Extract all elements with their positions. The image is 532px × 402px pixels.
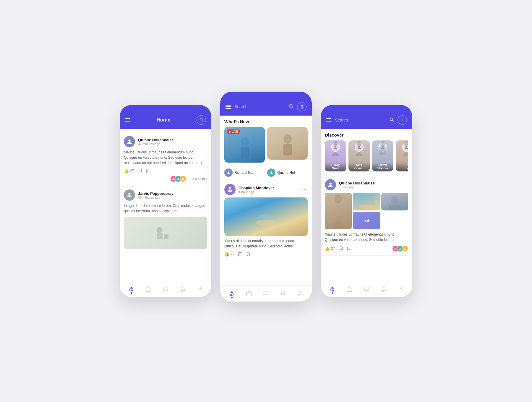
svg-point-24 [299, 291, 301, 294]
svg-line-1 [202, 121, 203, 122]
phone2-bottom-nav [220, 285, 312, 302]
nav-bell-3[interactable] [381, 286, 387, 292]
nav-chat-2[interactable] [263, 291, 269, 296]
phone2-time: 1 hour ago [239, 190, 274, 194]
discover-card-1[interactable]: HilaryOuse [325, 140, 346, 171]
post1-header: Quiche Hollandaise 32 minutes ago ··· [124, 136, 207, 147]
post1-menu[interactable]: ··· [202, 139, 207, 144]
add-button[interactable] [398, 115, 407, 125]
live-dot [229, 131, 231, 133]
nav-home-2[interactable] [229, 291, 235, 296]
phone3-liked-avatars [394, 245, 408, 252]
phone2-post-header: Chaplain Mondover 1 hour ago ··· [224, 184, 308, 195]
search-input-2[interactable]: Search [234, 104, 285, 109]
svg-point-19 [228, 171, 229, 173]
bookmark-button-2[interactable] [246, 252, 250, 257]
discover-card-4[interactable]: DoLy [396, 140, 408, 171]
phone2-menu-icon[interactable] [226, 105, 231, 109]
search-input-3[interactable]: Search [335, 118, 386, 122]
liked-avatars [172, 176, 186, 182]
avatar-jarvis [124, 189, 135, 201]
nav-tv-1[interactable] [145, 286, 151, 292]
nav-user-3[interactable] [398, 286, 404, 292]
like-icon: 👍 [124, 168, 129, 173]
story-user-2: Quiche Holli [267, 168, 308, 177]
discover-name-2: MaxConv... [348, 162, 370, 171]
discover-name-1: HilaryOuse [325, 162, 346, 171]
bookmark-button-1[interactable] [146, 168, 150, 173]
phone3-post-user: Quiche Hollandaise 1 hour ago [325, 179, 375, 190]
svg-point-45 [400, 248, 400, 249]
post3-img-mr [381, 193, 408, 210]
like-button-1[interactable]: 👍 27 [124, 168, 134, 173]
svg-point-4 [178, 178, 179, 179]
phone3-post: Quiche Hollandaise 1 hour ago ··· [325, 176, 408, 256]
nav-bell-1[interactable] [180, 286, 186, 292]
discover-card-3[interactable]: FletchSkinner [372, 140, 393, 171]
menu-icon[interactable] [125, 118, 130, 122]
phone3-post-text: Mauris ultrices ut mauris ut elementum n… [325, 232, 408, 242]
phone2-userinfo: Chaplain Mondover 1 hour ago [239, 186, 274, 194]
post2-username: Jarvis Pepperspray [138, 191, 173, 196]
like-icon-3: 👍 [325, 246, 330, 251]
like-button-3[interactable]: 👍 27 [325, 246, 335, 251]
comment-button-2[interactable] [238, 252, 243, 257]
post2-userinfo: Jarvis Pepperspray 45 minutes ago [138, 191, 173, 199]
nav-chat-3[interactable] [364, 286, 369, 292]
post1-userinfo: Quiche Hollandaise 32 minutes ago [138, 138, 174, 146]
story-card-2[interactable] [267, 127, 308, 160]
post1-username: Quiche Hollandaise [138, 138, 174, 142]
svg-rect-47 [347, 288, 352, 292]
comment-button-3[interactable] [338, 246, 343, 251]
svg-point-42 [391, 196, 398, 204]
svg-rect-8 [164, 234, 168, 239]
svg-point-6 [128, 193, 130, 195]
phone1-bottom-nav [120, 281, 211, 297]
search-icon-2[interactable] [289, 104, 293, 110]
post2-text: Integer interdum ornare lorem. Cras mole… [124, 203, 207, 214]
phone2-username: Chaplain Mondover [239, 186, 274, 190]
nav-bell-2[interactable] [280, 291, 286, 296]
svg-point-39 [335, 194, 342, 203]
nav-chat-1[interactable] [163, 286, 168, 292]
nav-home-1[interactable] [128, 286, 134, 292]
phone3-post-menu[interactable]: ··· [403, 182, 408, 187]
svg-line-13 [292, 107, 293, 108]
svg-point-17 [283, 134, 292, 144]
nav-user-2[interactable] [297, 291, 303, 296]
nav-home-3[interactable] [329, 286, 335, 292]
post-card-2: Jarvis Pepperspray 45 minutes ago ··· In… [124, 186, 207, 255]
like-icon-2: 👍 [224, 252, 229, 257]
page-title: Home [156, 117, 170, 123]
svg-rect-18 [283, 144, 292, 155]
svg-line-26 [392, 120, 394, 121]
story-card-1[interactable]: LIVE [224, 127, 265, 163]
liked-text-1: +10 liked this [188, 177, 207, 181]
phone2-post-menu[interactable]: ··· [302, 187, 308, 192]
avatar-quiche [124, 136, 135, 147]
phone3-menu-icon[interactable] [326, 118, 331, 122]
svg-rect-35 [379, 147, 386, 155]
svg-point-37 [404, 141, 408, 146]
like-button-2[interactable]: 👍 27 [224, 252, 234, 257]
search-icon-3[interactable] [389, 117, 394, 123]
svg-point-3 [173, 178, 174, 179]
svg-point-21 [229, 187, 231, 189]
post1-actions: 👍 27 [124, 168, 207, 173]
post2-header: Jarvis Pepperspray 45 minutes ago ··· [124, 189, 207, 201]
nav-tv-2[interactable] [246, 291, 252, 296]
search-button[interactable] [197, 115, 206, 125]
discover-card-2[interactable]: MaxConv... [348, 140, 370, 171]
nav-user-1[interactable] [197, 286, 203, 292]
like-count-2: 27 [231, 252, 234, 256]
post2-menu[interactable]: ··· [202, 192, 207, 198]
nav-dot-1 [131, 292, 132, 294]
camera-button[interactable] [297, 102, 306, 111]
phone3-time: 1 hour ago [339, 185, 375, 189]
phone-discover: Search Discover [321, 105, 412, 297]
discover-name-3: FletchSkinner [372, 162, 393, 171]
comment-button-1[interactable] [137, 168, 142, 173]
discover-title: Discover [325, 132, 408, 137]
nav-tv-3[interactable] [346, 286, 352, 292]
bookmark-button-3[interactable] [347, 246, 351, 251]
